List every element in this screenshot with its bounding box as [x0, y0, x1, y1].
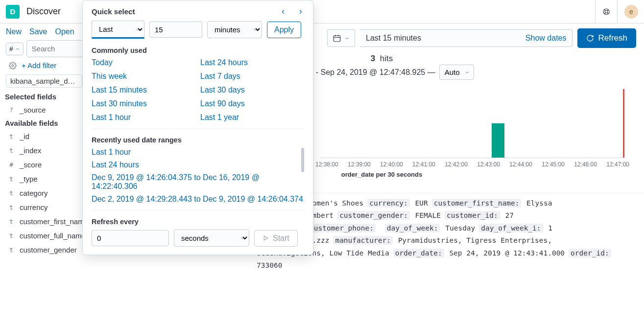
hits-count: 3 — [371, 54, 375, 63]
common-range-link[interactable]: This week — [92, 72, 195, 81]
doc-field-value: FEMALE — [415, 211, 441, 219]
svg-rect-7 — [334, 36, 340, 42]
recent-range-link[interactable]: Dec 9, 2019 @ 14:26:04.375 to Dec 16, 20… — [92, 173, 304, 191]
doc-field-key: day_of_week_i: — [479, 224, 543, 232]
doc-field-value: Tuesday — [445, 224, 475, 232]
refresh-every-title: Refresh every — [92, 218, 304, 226]
hash-label: # — [9, 45, 13, 53]
field-name: customer_gender — [20, 246, 77, 254]
add-filter-button[interactable]: + Add filter — [22, 61, 56, 69]
svg-point-1 — [605, 10, 607, 13]
field-name: _index — [20, 146, 41, 155]
doc-field-key: order_date: — [393, 249, 444, 257]
x-tick: 12:46:00 — [574, 161, 597, 168]
app-logo[interactable]: D — [6, 5, 20, 19]
field-type-icon: t — [8, 218, 15, 225]
unit-select[interactable]: minutes — [207, 21, 262, 38]
refresh-icon — [586, 34, 594, 42]
field-type-icon: t — [8, 204, 15, 211]
calendar-icon — [333, 34, 341, 43]
chevron-down-icon — [15, 46, 20, 51]
common-range-link[interactable]: Last 30 days — [200, 86, 304, 94]
doc-field-key: day_of_week: — [385, 224, 440, 232]
doc-field-value: 1 — [548, 224, 552, 232]
field-name: currency — [20, 203, 48, 211]
recent-range-link[interactable]: Last 24 hours — [92, 161, 304, 169]
date-picker-button[interactable] — [327, 29, 355, 47]
x-tick: 12:44:00 — [509, 161, 532, 168]
refresh-button[interactable]: Refresh — [577, 28, 636, 48]
common-range-link[interactable]: Last 15 minutes — [92, 86, 195, 94]
time-range-display[interactable]: Last 15 minutes Show dates — [360, 29, 572, 47]
common-range-link[interactable]: Today — [92, 58, 195, 67]
help-icon[interactable] — [600, 6, 612, 18]
start-refresh-button: Start — [254, 230, 298, 247]
field-type-icon: t — [8, 176, 15, 183]
doc-field-value: Sep 24, 2019 @ 12:43:41.000 — [449, 249, 565, 257]
doc-field-key: currency: — [367, 199, 410, 208]
field-type-icon: t — [8, 147, 15, 154]
recent-range-link[interactable]: Last 1 hour — [92, 148, 304, 157]
common-range-link[interactable]: Last 30 minutes — [92, 99, 195, 108]
common-range-link[interactable]: Last 1 hour — [92, 113, 195, 122]
menu-save[interactable]: Save — [29, 27, 47, 36]
svg-line-3 — [607, 9, 608, 10]
quick-value-input[interactable] — [149, 22, 202, 38]
field-type-icon: t — [8, 133, 15, 140]
x-tick: 12:43:00 — [477, 161, 500, 168]
interval-select[interactable]: Auto — [439, 65, 474, 80]
menu-new[interactable]: New — [6, 27, 22, 36]
doc-field-key: manufacturer: — [333, 236, 393, 245]
doc-field-value: EUR — [415, 199, 428, 207]
field-type-icon: t — [8, 190, 15, 197]
prev-range-button[interactable] — [280, 8, 286, 15]
refresh-unit-select[interactable]: seconds — [174, 230, 249, 247]
field-name: _source — [20, 106, 46, 114]
x-tick: 12:39:00 — [348, 161, 371, 168]
x-tick: 12:38:00 — [315, 161, 338, 168]
field-name: customer_full_name — [20, 231, 86, 240]
avatar[interactable]: e — [624, 5, 638, 19]
time-range-text: Last 15 minutes — [366, 34, 421, 43]
show-dates-link[interactable]: Show dates — [525, 34, 567, 43]
svg-marker-11 — [264, 236, 268, 240]
x-tick: 12:40:00 — [380, 161, 403, 168]
gear-icon[interactable] — [9, 62, 17, 69]
common-range-link[interactable]: Last 90 days — [200, 99, 304, 108]
common-range-link[interactable]: Last 1 year — [200, 113, 304, 122]
hits-label: hits — [380, 54, 393, 63]
field-name: _type — [20, 175, 38, 183]
x-tick: 12:45:00 — [542, 161, 565, 168]
doc-field-value: Elyssa — [526, 199, 552, 207]
doc-field-key: customer_phone: — [308, 224, 376, 232]
field-name: _score — [20, 161, 42, 169]
apply-button[interactable]: Apply — [267, 22, 301, 38]
tense-select[interactable]: Last — [92, 21, 144, 39]
field-type-icon: ? — [8, 107, 15, 114]
doc-field-value: 27 — [505, 211, 513, 219]
svg-line-4 — [604, 13, 605, 14]
x-tick: 12:47:00 — [606, 161, 629, 168]
field-type-icon: # — [8, 162, 15, 168]
doc-field-value: Pyramidustries, Tigress Enterprises, — [398, 236, 552, 244]
doc-field-key: customer_id: — [445, 211, 500, 220]
x-tick: 12:42:00 — [445, 161, 468, 168]
scrollbar-thumb[interactable] — [301, 148, 304, 172]
field-type-icon: t — [8, 232, 15, 239]
common-range-link[interactable]: Last 24 hours — [200, 58, 304, 67]
start-label: Start — [273, 234, 289, 243]
recent-range-link[interactable]: Dec 2, 2019 @ 14:29:28.443 to Dec 9, 201… — [92, 195, 304, 204]
next-range-button[interactable] — [297, 8, 304, 15]
doc-field-key: order_id: — [569, 249, 611, 257]
recent-title: Recently used date ranges — [92, 136, 304, 144]
field-name: customer_first_name — [20, 217, 88, 226]
refresh-label: Refresh — [598, 33, 627, 43]
index-pattern-select[interactable]: kibana_sample_d… — [6, 74, 82, 88]
refresh-value-input[interactable] — [92, 230, 169, 246]
play-icon — [262, 235, 269, 241]
histogram-bar[interactable] — [492, 123, 504, 158]
language-switch-button[interactable]: # — [6, 43, 24, 55]
menu-open[interactable]: Open — [55, 27, 74, 36]
chevron-down-icon — [344, 36, 350, 41]
common-range-link[interactable]: Last 7 days — [200, 72, 304, 81]
